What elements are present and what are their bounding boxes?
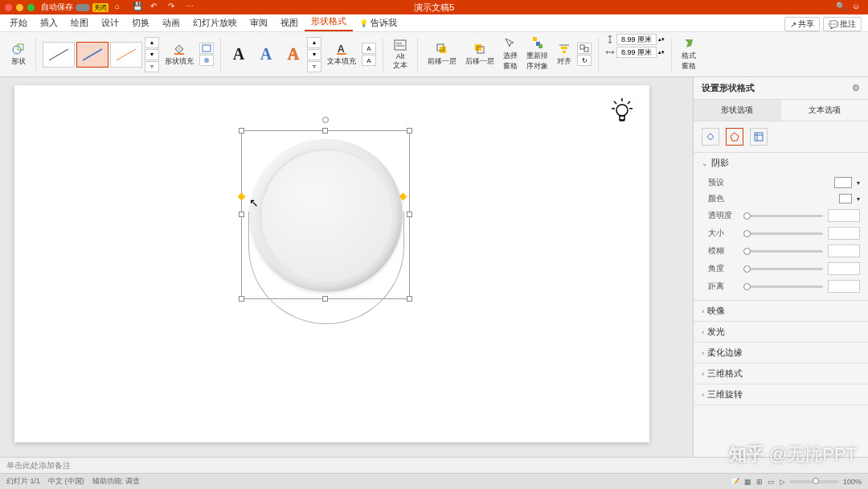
tab-view[interactable]: 视图 [274, 14, 305, 31]
wordart-gallery[interactable]: A A A [227, 43, 305, 66]
angle-slider[interactable] [743, 268, 823, 270]
minimize-window-button[interactable] [16, 4, 23, 11]
tab-design[interactable]: 设计 [95, 14, 125, 31]
close-window-button[interactable] [5, 4, 12, 11]
resize-handle-ne[interactable] [407, 128, 412, 134]
distance-input[interactable] [828, 280, 860, 293]
category-fill-icon[interactable] [702, 128, 719, 146]
shape-effects-icon[interactable] [199, 55, 214, 66]
wordart-3[interactable]: A [282, 43, 305, 66]
autosave-toggle[interactable]: 自动保存 关闭 [41, 2, 108, 13]
tab-animations[interactable]: 动画 [156, 14, 186, 31]
style-item-3[interactable] [110, 42, 142, 68]
autosave-switch[interactable] [76, 4, 90, 11]
shape-fill-button[interactable]: 形状填充 [162, 41, 197, 68]
adjust-handle-1[interactable] [238, 193, 246, 201]
category-effects-icon[interactable] [726, 128, 743, 146]
group-icon[interactable] [577, 43, 592, 54]
style-down-icon[interactable]: ▾ [145, 49, 159, 60]
width-input[interactable]: 8.99 厘米 [616, 47, 657, 58]
pane-tab-shape-options[interactable]: 形状选项 [694, 100, 781, 121]
tab-shape-format[interactable]: 形状格式 [305, 13, 353, 31]
wordart-1[interactable]: A [227, 43, 250, 66]
shape-style-gallery[interactable] [43, 42, 142, 68]
dropdown-icon[interactable]: ▾ [857, 195, 860, 203]
selection-pane-button[interactable]: 选择 窗格 [500, 35, 521, 73]
slide[interactable]: ↖ [14, 85, 649, 442]
section-3d-rotation[interactable]: 三维旋转 [694, 384, 868, 405]
section-soft-edges[interactable]: 柔化边缘 [694, 343, 868, 363]
maximize-window-button[interactable] [27, 4, 35, 11]
tab-insert[interactable]: 插入 [34, 14, 64, 31]
designer-icon[interactable] [609, 97, 635, 124]
height-field[interactable]: 8.99 厘米 ▴▾ [605, 34, 665, 45]
arc-shape[interactable] [248, 212, 404, 324]
distance-slider[interactable] [743, 286, 823, 288]
slideshow-view-icon[interactable]: ▷ [780, 478, 785, 486]
transparency-slider[interactable] [743, 215, 823, 217]
resize-handle-nw[interactable] [239, 128, 244, 134]
width-field[interactable]: 8.99 厘米 ▴▾ [605, 47, 665, 58]
shadow-color-picker[interactable] [839, 194, 852, 203]
comments-button[interactable]: 💬 批注 [823, 17, 862, 31]
dropdown-icon[interactable]: ▾ [857, 179, 860, 187]
resize-handle-sw[interactable] [239, 296, 244, 302]
selection-box[interactable] [241, 130, 410, 299]
undo-icon[interactable]: ↶ [150, 2, 162, 13]
size-slider[interactable] [743, 232, 823, 235]
style-up-icon[interactable]: ▴ [145, 37, 159, 48]
alt-text-button[interactable]: Alt 文本 [390, 37, 411, 72]
text-fill-button[interactable]: A 文本填充 [324, 41, 359, 68]
transparency-input[interactable] [828, 209, 860, 222]
tab-review[interactable]: 审阅 [244, 14, 274, 31]
bring-forward-button[interactable]: 前移一层 [424, 41, 460, 68]
pane-settings-icon[interactable]: ⚙ [852, 83, 860, 93]
section-3d-format[interactable]: 三维格式 [694, 364, 868, 384]
blur-input[interactable] [828, 244, 860, 257]
stepper-icon[interactable]: ▴▾ [658, 36, 665, 43]
notes-pane[interactable]: 单击此处添加备注 [0, 457, 868, 473]
section-reflection[interactable]: 映像 [694, 301, 868, 321]
send-backward-button[interactable]: 后移一层 [462, 41, 497, 68]
wordart-more-icon[interactable]: ▿ [307, 61, 321, 72]
size-input[interactable] [828, 227, 860, 240]
resize-handle-se[interactable] [407, 296, 412, 302]
text-outline-icon[interactable]: A [362, 43, 376, 54]
blur-slider[interactable] [743, 250, 823, 253]
more-icon[interactable]: ⋯ [186, 2, 197, 13]
category-size-icon[interactable] [750, 128, 768, 146]
resize-handle-n[interactable] [322, 128, 328, 134]
tab-transitions[interactable]: 切换 [125, 14, 156, 31]
canvas-area[interactable]: ↖ [0, 77, 693, 457]
normal-view-icon[interactable]: ▦ [744, 478, 751, 486]
sorter-view-icon[interactable]: ⊞ [756, 478, 763, 486]
tab-home[interactable]: 开始 [3, 14, 34, 31]
search-icon[interactable]: 🔍 [836, 2, 847, 13]
smiley-icon[interactable]: ☺ [852, 2, 863, 13]
notes-toggle-icon[interactable]: 📝 [731, 478, 739, 486]
style-more-icon[interactable]: ▿ [145, 61, 159, 72]
tab-draw[interactable]: 绘图 [64, 14, 95, 31]
save-icon[interactable]: 💾 [133, 2, 144, 13]
wordart-down-icon[interactable]: ▾ [307, 49, 321, 60]
align-button[interactable]: 对齐 [554, 41, 575, 68]
section-glow[interactable]: 发光 [694, 322, 868, 342]
stepper-icon[interactable]: ▴▾ [658, 49, 665, 55]
zoom-slider[interactable] [790, 480, 838, 483]
rotation-handle[interactable] [322, 117, 329, 123]
shadow-preset-picker[interactable] [834, 177, 852, 188]
section-shadow[interactable]: 阴影 [694, 153, 868, 173]
home-icon[interactable]: ⌂ [115, 2, 126, 13]
style-item-1[interactable] [43, 42, 75, 68]
resize-handle-w[interactable] [239, 212, 244, 217]
zoom-value[interactable]: 100% [843, 478, 862, 486]
height-input[interactable]: 8.99 厘米 [616, 34, 657, 45]
tab-tellme[interactable]: 告诉我 [353, 14, 403, 31]
style-item-2[interactable] [76, 42, 108, 68]
tab-slideshow[interactable]: 幻灯片放映 [186, 14, 244, 31]
redo-icon[interactable]: ↷ [168, 2, 179, 13]
reorder-button[interactable]: 重新排 序对象 [523, 35, 551, 73]
share-button[interactable]: ↗ 共享 [784, 17, 820, 31]
wordart-2[interactable]: A [255, 43, 277, 66]
shapes-gallery-button[interactable]: 形状 [8, 41, 29, 68]
